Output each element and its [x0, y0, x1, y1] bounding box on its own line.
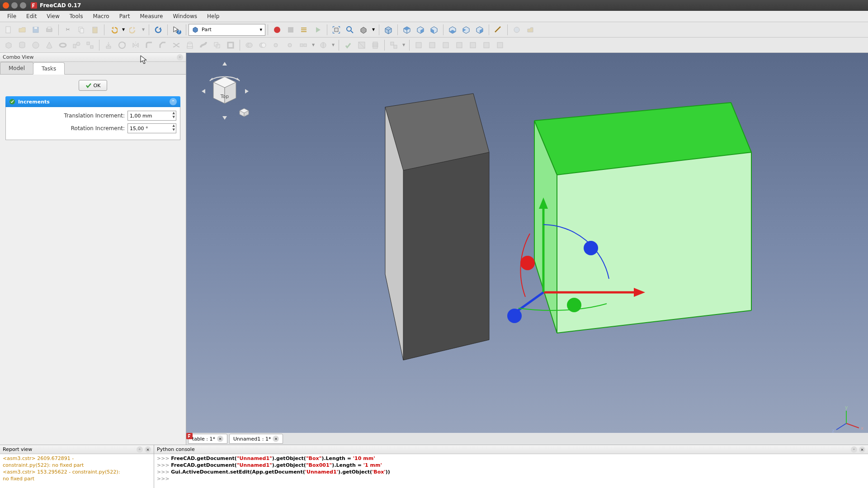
m6-button[interactable] — [480, 38, 493, 52]
tab-model[interactable]: Model — [0, 62, 33, 74]
draw-style-dropdown[interactable]: ▼ — [370, 23, 377, 37]
undo-button[interactable] — [107, 23, 120, 37]
paste-button[interactable] — [88, 23, 102, 37]
menu-file[interactable]: File — [3, 11, 21, 21]
section-button[interactable] — [355, 38, 368, 52]
combo-view-header[interactable]: Combo View ◦ — [0, 53, 186, 62]
menu-part[interactable]: Part — [115, 11, 135, 21]
translation-increment-spinbox[interactable]: 1,00 mm ▲▼ — [127, 111, 176, 121]
redo-button[interactable] — [127, 23, 140, 37]
cut-button[interactable]: ✂ — [61, 23, 75, 37]
part-sphere-button[interactable] — [29, 38, 42, 52]
menu-tools[interactable]: Tools — [65, 11, 88, 21]
menu-macro[interactable]: Macro — [88, 11, 113, 21]
fit-all-button[interactable] — [330, 23, 343, 37]
panel-dock-button[interactable]: ◦ — [851, 446, 857, 453]
spin-down-icon[interactable]: ▼ — [173, 128, 175, 132]
fuse-button[interactable] — [269, 38, 283, 52]
compound-button[interactable] — [387, 38, 401, 52]
window-maximize-button[interactable] — [20, 2, 26, 9]
split-button[interactable] — [316, 38, 330, 52]
view-top-button[interactable] — [414, 23, 427, 37]
cut-bool-button[interactable] — [256, 38, 269, 52]
fillet-button[interactable] — [142, 38, 156, 52]
window-close-button[interactable] — [3, 2, 9, 9]
object-box[interactable] — [385, 94, 489, 360]
menu-edit[interactable]: Edit — [22, 11, 41, 21]
cross-sections-button[interactable] — [368, 38, 382, 52]
nav-cube[interactable]: Top — [202, 62, 249, 120]
part-box-button[interactable] — [2, 38, 15, 52]
panel-collapse-button[interactable]: ⌃ — [170, 98, 177, 105]
window-minimize-button[interactable] — [11, 2, 18, 9]
offset3d-button[interactable] — [210, 38, 224, 52]
view-bottom-button[interactable] — [459, 23, 473, 37]
m2-button[interactable] — [425, 38, 439, 52]
m7-button[interactable] — [493, 38, 507, 52]
whats-this-button[interactable]: ? — [170, 23, 184, 37]
new-doc-button[interactable] — [2, 23, 15, 37]
3d-viewport[interactable]: Top — [186, 53, 868, 445]
spin-down-icon[interactable]: ▼ — [173, 116, 175, 120]
menu-view[interactable]: View — [42, 11, 64, 21]
undo-dropdown[interactable]: ▼ — [120, 23, 127, 37]
macro-stop-button[interactable] — [284, 23, 297, 37]
chamfer-button[interactable] — [156, 38, 170, 52]
python-console-body[interactable]: >>> FreeCAD.getDocument("Unnamed1").getO… — [154, 454, 868, 488]
print-button[interactable] — [42, 23, 56, 37]
view-front-button[interactable] — [400, 23, 414, 37]
common-button[interactable] — [283, 38, 297, 52]
extrude-button[interactable] — [102, 38, 115, 52]
macro-record-button[interactable] — [270, 23, 284, 37]
rotation-increment-spinbox[interactable]: 15,00 ° ▲▼ — [127, 123, 176, 133]
m1-button[interactable] — [412, 38, 425, 52]
object-box001-selected[interactable] — [534, 103, 751, 333]
menu-help[interactable]: Help — [203, 11, 224, 21]
macro-list-button[interactable] — [297, 23, 311, 37]
m3-button[interactable] — [439, 38, 453, 52]
view-isometric-button[interactable] — [382, 23, 395, 37]
fit-selection-button[interactable] — [343, 23, 357, 37]
draw-style-button[interactable] — [357, 23, 370, 37]
measure-linear-button[interactable] — [491, 23, 505, 37]
panel-dock-button[interactable]: ◦ — [137, 446, 143, 453]
menu-measure[interactable]: Measure — [135, 11, 167, 21]
copy-button[interactable] — [75, 23, 88, 37]
part-op1-button[interactable] — [510, 23, 524, 37]
menu-windows[interactable]: Windows — [168, 11, 202, 21]
tab-tasks[interactable]: Tasks — [33, 62, 65, 75]
m5-button[interactable] — [466, 38, 480, 52]
check-geom-button[interactable] — [341, 38, 355, 52]
part-op2-button[interactable] — [524, 23, 537, 37]
doc-tab-unnamed1[interactable]: Unnamed1 : 1* × — [229, 434, 283, 444]
increments-panel-header[interactable]: Increments ⌃ — [5, 96, 180, 107]
join-dropdown[interactable]: ▼ — [310, 38, 316, 52]
compound-dropdown[interactable]: ▼ — [401, 38, 407, 52]
split-dropdown[interactable]: ▼ — [330, 38, 336, 52]
part-primitives-button[interactable] — [70, 38, 83, 52]
view-left-button[interactable] — [473, 23, 486, 37]
open-button[interactable] — [15, 23, 29, 37]
part-cone-button[interactable] — [42, 38, 56, 52]
panel-close-button[interactable]: × — [145, 446, 151, 453]
loft-button[interactable] — [183, 38, 197, 52]
save-button[interactable] — [29, 23, 42, 37]
join-connect-button[interactable] — [297, 38, 310, 52]
panel-close-button[interactable]: × — [859, 446, 865, 453]
refresh-button[interactable] — [151, 23, 165, 37]
macro-play-button[interactable] — [311, 23, 325, 37]
ok-button[interactable]: OK — [79, 80, 108, 91]
view-rear-button[interactable] — [446, 23, 459, 37]
thickness-button[interactable] — [224, 38, 237, 52]
part-cylinder-button[interactable] — [15, 38, 29, 52]
part-builder-button[interactable] — [83, 38, 97, 52]
boolean-button[interactable] — [242, 38, 256, 52]
revolve-button[interactable] — [115, 38, 129, 52]
redo-dropdown[interactable]: ▼ — [140, 23, 146, 37]
mirror-button[interactable] — [129, 38, 142, 52]
part-torus-button[interactable] — [56, 38, 70, 52]
sweep-button[interactable] — [197, 38, 210, 52]
m4-button[interactable] — [453, 38, 466, 52]
report-view-body[interactable]: <asm3.cstr> 2609.672891 - constraint.py(… — [0, 454, 154, 488]
workbench-selector[interactable]: Part ▾ — [189, 24, 265, 36]
